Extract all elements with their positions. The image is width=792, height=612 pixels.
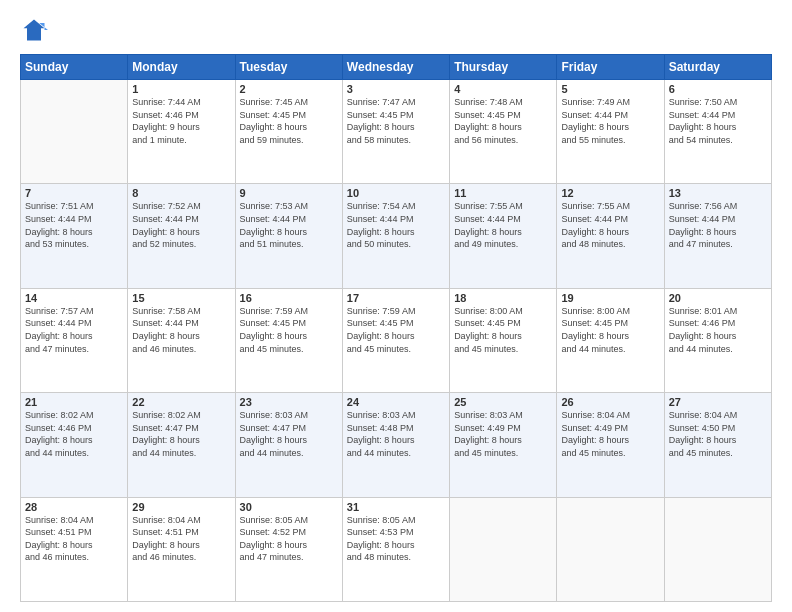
- calendar-cell: [450, 497, 557, 601]
- day-info: Sunrise: 8:00 AM Sunset: 4:45 PM Dayligh…: [454, 305, 552, 355]
- day-header-thursday: Thursday: [450, 55, 557, 80]
- day-info: Sunrise: 8:02 AM Sunset: 4:47 PM Dayligh…: [132, 409, 230, 459]
- calendar-table: SundayMondayTuesdayWednesdayThursdayFrid…: [20, 54, 772, 602]
- day-info: Sunrise: 7:56 AM Sunset: 4:44 PM Dayligh…: [669, 200, 767, 250]
- calendar-cell: 23Sunrise: 8:03 AM Sunset: 4:47 PM Dayli…: [235, 393, 342, 497]
- day-number: 27: [669, 396, 767, 408]
- logo: [20, 16, 52, 44]
- calendar-cell: 21Sunrise: 8:02 AM Sunset: 4:46 PM Dayli…: [21, 393, 128, 497]
- day-number: 22: [132, 396, 230, 408]
- day-number: 15: [132, 292, 230, 304]
- calendar-week-row: 1Sunrise: 7:44 AM Sunset: 4:46 PM Daylig…: [21, 80, 772, 184]
- day-number: 7: [25, 187, 123, 199]
- calendar-cell: 13Sunrise: 7:56 AM Sunset: 4:44 PM Dayli…: [664, 184, 771, 288]
- calendar-header: SundayMondayTuesdayWednesdayThursdayFrid…: [21, 55, 772, 80]
- calendar-cell: 2Sunrise: 7:45 AM Sunset: 4:45 PM Daylig…: [235, 80, 342, 184]
- calendar-cell: 29Sunrise: 8:04 AM Sunset: 4:51 PM Dayli…: [128, 497, 235, 601]
- day-number: 25: [454, 396, 552, 408]
- calendar-cell: 31Sunrise: 8:05 AM Sunset: 4:53 PM Dayli…: [342, 497, 449, 601]
- day-number: 17: [347, 292, 445, 304]
- day-info: Sunrise: 7:52 AM Sunset: 4:44 PM Dayligh…: [132, 200, 230, 250]
- day-header-monday: Monday: [128, 55, 235, 80]
- calendar-cell: 25Sunrise: 8:03 AM Sunset: 4:49 PM Dayli…: [450, 393, 557, 497]
- calendar-week-row: 28Sunrise: 8:04 AM Sunset: 4:51 PM Dayli…: [21, 497, 772, 601]
- day-info: Sunrise: 8:04 AM Sunset: 4:51 PM Dayligh…: [132, 514, 230, 564]
- day-header-friday: Friday: [557, 55, 664, 80]
- day-info: Sunrise: 8:03 AM Sunset: 4:47 PM Dayligh…: [240, 409, 338, 459]
- day-number: 16: [240, 292, 338, 304]
- calendar-cell: 24Sunrise: 8:03 AM Sunset: 4:48 PM Dayli…: [342, 393, 449, 497]
- calendar-cell: 20Sunrise: 8:01 AM Sunset: 4:46 PM Dayli…: [664, 288, 771, 392]
- calendar-cell: 9Sunrise: 7:53 AM Sunset: 4:44 PM Daylig…: [235, 184, 342, 288]
- day-number: 14: [25, 292, 123, 304]
- calendar-cell: 4Sunrise: 7:48 AM Sunset: 4:45 PM Daylig…: [450, 80, 557, 184]
- calendar-cell: 10Sunrise: 7:54 AM Sunset: 4:44 PM Dayli…: [342, 184, 449, 288]
- calendar-cell: 18Sunrise: 8:00 AM Sunset: 4:45 PM Dayli…: [450, 288, 557, 392]
- calendar-week-row: 14Sunrise: 7:57 AM Sunset: 4:44 PM Dayli…: [21, 288, 772, 392]
- day-number: 23: [240, 396, 338, 408]
- calendar-cell: 27Sunrise: 8:04 AM Sunset: 4:50 PM Dayli…: [664, 393, 771, 497]
- day-number: 12: [561, 187, 659, 199]
- day-info: Sunrise: 7:55 AM Sunset: 4:44 PM Dayligh…: [561, 200, 659, 250]
- day-number: 20: [669, 292, 767, 304]
- day-info: Sunrise: 7:59 AM Sunset: 4:45 PM Dayligh…: [240, 305, 338, 355]
- calendar-cell: 1Sunrise: 7:44 AM Sunset: 4:46 PM Daylig…: [128, 80, 235, 184]
- svg-marker-0: [24, 20, 45, 41]
- calendar-cell: 19Sunrise: 8:00 AM Sunset: 4:45 PM Dayli…: [557, 288, 664, 392]
- day-number: 13: [669, 187, 767, 199]
- day-number: 30: [240, 501, 338, 513]
- day-header-saturday: Saturday: [664, 55, 771, 80]
- day-info: Sunrise: 8:01 AM Sunset: 4:46 PM Dayligh…: [669, 305, 767, 355]
- calendar-cell: 30Sunrise: 8:05 AM Sunset: 4:52 PM Dayli…: [235, 497, 342, 601]
- day-info: Sunrise: 8:05 AM Sunset: 4:53 PM Dayligh…: [347, 514, 445, 564]
- day-number: 11: [454, 187, 552, 199]
- logo-icon: [20, 16, 48, 44]
- calendar-week-row: 7Sunrise: 7:51 AM Sunset: 4:44 PM Daylig…: [21, 184, 772, 288]
- calendar-cell: 17Sunrise: 7:59 AM Sunset: 4:45 PM Dayli…: [342, 288, 449, 392]
- day-number: 28: [25, 501, 123, 513]
- day-info: Sunrise: 7:59 AM Sunset: 4:45 PM Dayligh…: [347, 305, 445, 355]
- day-number: 6: [669, 83, 767, 95]
- day-info: Sunrise: 7:50 AM Sunset: 4:44 PM Dayligh…: [669, 96, 767, 146]
- calendar-cell: 12Sunrise: 7:55 AM Sunset: 4:44 PM Dayli…: [557, 184, 664, 288]
- calendar-cell: 14Sunrise: 7:57 AM Sunset: 4:44 PM Dayli…: [21, 288, 128, 392]
- day-number: 8: [132, 187, 230, 199]
- day-header-sunday: Sunday: [21, 55, 128, 80]
- calendar-cell: 8Sunrise: 7:52 AM Sunset: 4:44 PM Daylig…: [128, 184, 235, 288]
- calendar-cell: [21, 80, 128, 184]
- day-number: 18: [454, 292, 552, 304]
- day-info: Sunrise: 7:57 AM Sunset: 4:44 PM Dayligh…: [25, 305, 123, 355]
- day-info: Sunrise: 8:04 AM Sunset: 4:51 PM Dayligh…: [25, 514, 123, 564]
- day-number: 4: [454, 83, 552, 95]
- calendar-cell: 22Sunrise: 8:02 AM Sunset: 4:47 PM Dayli…: [128, 393, 235, 497]
- day-info: Sunrise: 7:45 AM Sunset: 4:45 PM Dayligh…: [240, 96, 338, 146]
- calendar-cell: 26Sunrise: 8:04 AM Sunset: 4:49 PM Dayli…: [557, 393, 664, 497]
- day-number: 10: [347, 187, 445, 199]
- day-number: 19: [561, 292, 659, 304]
- day-info: Sunrise: 7:54 AM Sunset: 4:44 PM Dayligh…: [347, 200, 445, 250]
- day-info: Sunrise: 8:02 AM Sunset: 4:46 PM Dayligh…: [25, 409, 123, 459]
- day-number: 21: [25, 396, 123, 408]
- calendar-cell: [557, 497, 664, 601]
- day-number: 31: [347, 501, 445, 513]
- day-info: Sunrise: 8:04 AM Sunset: 4:50 PM Dayligh…: [669, 409, 767, 459]
- day-number: 1: [132, 83, 230, 95]
- day-header-tuesday: Tuesday: [235, 55, 342, 80]
- day-info: Sunrise: 7:58 AM Sunset: 4:44 PM Dayligh…: [132, 305, 230, 355]
- calendar-cell: 5Sunrise: 7:49 AM Sunset: 4:44 PM Daylig…: [557, 80, 664, 184]
- day-info: Sunrise: 7:51 AM Sunset: 4:44 PM Dayligh…: [25, 200, 123, 250]
- day-info: Sunrise: 7:55 AM Sunset: 4:44 PM Dayligh…: [454, 200, 552, 250]
- calendar-week-row: 21Sunrise: 8:02 AM Sunset: 4:46 PM Dayli…: [21, 393, 772, 497]
- day-info: Sunrise: 7:44 AM Sunset: 4:46 PM Dayligh…: [132, 96, 230, 146]
- calendar-cell: 11Sunrise: 7:55 AM Sunset: 4:44 PM Dayli…: [450, 184, 557, 288]
- day-info: Sunrise: 8:00 AM Sunset: 4:45 PM Dayligh…: [561, 305, 659, 355]
- day-number: 2: [240, 83, 338, 95]
- day-number: 26: [561, 396, 659, 408]
- day-info: Sunrise: 8:05 AM Sunset: 4:52 PM Dayligh…: [240, 514, 338, 564]
- day-info: Sunrise: 8:03 AM Sunset: 4:48 PM Dayligh…: [347, 409, 445, 459]
- calendar-cell: 7Sunrise: 7:51 AM Sunset: 4:44 PM Daylig…: [21, 184, 128, 288]
- day-info: Sunrise: 7:49 AM Sunset: 4:44 PM Dayligh…: [561, 96, 659, 146]
- calendar-cell: 6Sunrise: 7:50 AM Sunset: 4:44 PM Daylig…: [664, 80, 771, 184]
- day-info: Sunrise: 7:47 AM Sunset: 4:45 PM Dayligh…: [347, 96, 445, 146]
- calendar-cell: 28Sunrise: 8:04 AM Sunset: 4:51 PM Dayli…: [21, 497, 128, 601]
